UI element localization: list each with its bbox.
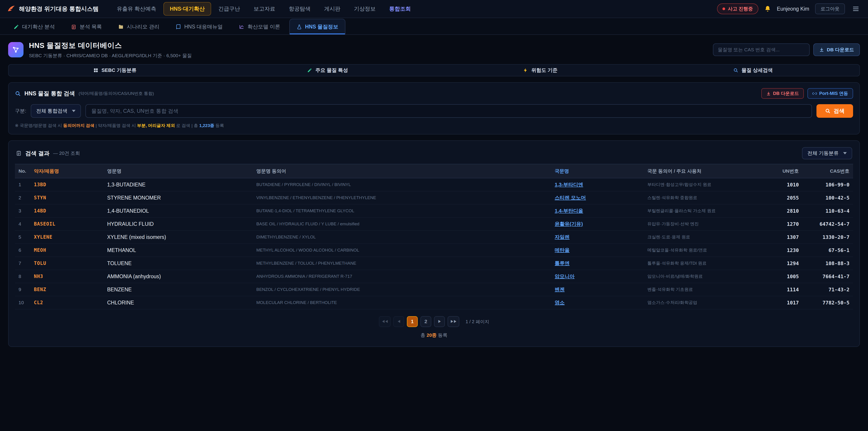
search-panel-actions: DB 다운로드 Port-MIS 연동 <box>761 88 853 99</box>
tab-hns-manual[interactable]: HNS 대응매뉴얼 <box>168 19 230 34</box>
row-number: 1 <box>15 178 30 191</box>
nav-item-integrated-lookup[interactable]: 통합조회 <box>383 2 417 16</box>
table-row[interactable]: 3 14BD 1,4-BUTANEDIOL BUTANE-1,4-DIOL / … <box>15 204 853 217</box>
substance-name-kr-link[interactable]: 톨루엔 <box>551 257 644 270</box>
table-row[interactable]: 7 TOLU TOLUENE METHYLBENZENE / TOLUOL / … <box>15 257 853 270</box>
substance-synonyms-en: BUTADIENE / PYRROLENE / DIVINYL / BIVINY… <box>253 178 551 191</box>
logout-button[interactable]: 로그아웃 <box>815 3 845 14</box>
un-number: 1010 <box>760 178 802 191</box>
substance-name-en: HYDRAULIC FLUID <box>103 217 253 230</box>
substance-code[interactable]: 14BD <box>30 204 103 217</box>
substance-name-kr-link[interactable]: 스티렌 모노머 <box>551 191 644 204</box>
hamburger-menu-icon[interactable] <box>851 4 861 14</box>
table-row[interactable]: 5 XYLENE XYLENE (mixed isomers) DIMETHYL… <box>15 230 853 244</box>
substance-code[interactable]: CL2 <box>30 296 103 309</box>
tab-hns-substance-info[interactable]: HNS 물질정보 <box>289 19 346 34</box>
chevron-down-icon <box>72 110 75 112</box>
search-category-select[interactable]: 전체 통합검색 <box>31 104 81 118</box>
substance-name-kr-link[interactable]: 암모니아 <box>551 270 644 283</box>
cas-number: 67-56-1 <box>802 244 853 257</box>
pagination-next-button[interactable]: ▶ <box>434 316 445 327</box>
db-download-button[interactable]: DB 다운로드 <box>813 43 860 56</box>
nav-item-board[interactable]: 게시판 <box>318 2 347 16</box>
feature-substance-properties[interactable]: 주요 물질 특성 <box>221 67 434 74</box>
feature-detail-search[interactable]: 물질 상세검색 <box>647 67 860 74</box>
substance-name-en: TOLUENE <box>103 257 253 270</box>
substance-name-kr-link[interactable]: 1,4-부탄디올 <box>551 204 644 217</box>
curve-icon <box>239 24 244 30</box>
substance-code[interactable]: MEOH <box>30 244 103 257</box>
search-row: 구분: 전체 통합검색 검색 <box>15 104 853 118</box>
results-header: 검색 결과 — 20건 조회 전체 기동분류 <box>15 146 853 164</box>
page-header-actions: DB 다운로드 <box>713 43 860 56</box>
portmis-link-button[interactable]: Port-MIS 연동 <box>807 88 853 99</box>
grid-icon <box>93 68 98 73</box>
substance-synonyms-en: MOLECULAR CHLORINE / BERTHOLITE <box>253 296 551 309</box>
substance-name-kr-link[interactable]: 염소 <box>551 296 644 309</box>
nav-item-oil-spill[interactable]: 유출유 확산예측 <box>110 2 162 16</box>
brand: 해양환경 위기대응 통합시스템 <box>7 5 98 13</box>
table-row[interactable]: 2 STYN STYRENE MONOMER VINYLBENZENE / ET… <box>15 191 853 204</box>
hint-text: | 약자/제품명 검색 시 <box>94 123 137 128</box>
substance-code[interactable]: TOLU <box>30 257 103 270</box>
substance-code[interactable]: BASEOIL <box>30 217 103 230</box>
substance-name-kr-link[interactable]: 자일렌 <box>551 230 644 244</box>
table-row[interactable]: 8 NH3 AMMONIA (anhydrous) ANHYDROUS AMMO… <box>15 270 853 283</box>
pagination-first-button[interactable]: ◀◀ <box>379 316 391 327</box>
col-name-en: 영문명 <box>103 164 253 178</box>
pagination-last-button[interactable]: ▶▶ <box>447 316 459 327</box>
nav-item-rescue[interactable]: 긴급구난 <box>212 2 246 16</box>
feature-risk-criteria[interactable]: 위험도 기준 <box>434 67 647 74</box>
substance-code[interactable]: STYN <box>30 191 103 204</box>
tab-scenario-management[interactable]: 시나리오 관리 <box>111 19 166 34</box>
row-number: 7 <box>15 257 30 270</box>
substance-name-kr-link[interactable]: 윤활유(기유) <box>551 217 644 230</box>
pagination-page-2[interactable]: 2 <box>421 316 431 327</box>
page-title-block: HNS 물질정보 데이터베이스 SEBC 기동분류 · CHRIS/CAMEO … <box>29 41 192 59</box>
un-number: 1017 <box>760 296 802 309</box>
substance-use-kr: 톨루올·석유화학 용제/TDI 원료 <box>644 257 760 270</box>
substance-name-kr-link[interactable]: 벤젠 <box>551 283 644 296</box>
pagination-prev-button[interactable]: ◀ <box>393 316 404 327</box>
tab-dispersion-analysis[interactable]: 대기확산 분석 <box>6 19 62 34</box>
row-number: 9 <box>15 283 30 296</box>
substance-code[interactable]: BENZ <box>30 283 103 296</box>
classification-filter-select[interactable]: 전체 기동분류 <box>802 147 852 159</box>
table-row[interactable]: 1 13BD 1,3-BUTADIENE BUTADIENE / PYRROLE… <box>15 178 853 191</box>
substance-use-kr: 암모니아·비료/냉매/화학원료 <box>644 270 760 283</box>
pagination-page-1[interactable]: 1 <box>407 316 418 327</box>
category-label: 구분: <box>15 107 26 114</box>
table-row[interactable]: 4 BASEOIL HYDRAULIC FLUID BASE OIL / HYD… <box>15 217 853 230</box>
search-button-label: 검색 <box>834 107 844 115</box>
substance-name-kr-link[interactable]: 1,3-부타디엔 <box>551 178 644 191</box>
integrated-search-panel: HNS 물질 통합 검색 (약어/제품명/동의어/CAS/UN번호 통합) DB… <box>8 82 860 134</box>
row-number: 3 <box>15 204 30 217</box>
nav-item-hns-dispersion[interactable]: HNS·대기확산 <box>163 2 211 16</box>
incident-status-badge[interactable]: 사고 진행중 <box>717 3 758 14</box>
substance-code[interactable]: 13BD <box>30 178 103 191</box>
page-header: HNS 물질정보 데이터베이스 SEBC 기동분류 · CHRIS/CAMEO … <box>0 35 868 64</box>
nav-item-aerial-search[interactable]: 항공탐색 <box>283 2 317 16</box>
nav-item-reports[interactable]: 보고자료 <box>247 2 282 16</box>
tab-model-theory[interactable]: 확산모델 이론 <box>232 19 287 34</box>
total-text: 총 <box>421 333 427 338</box>
substance-name-en: AMMONIA (anhydrous) <box>103 270 253 283</box>
table-row[interactable]: 10 CL2 CHLORINE MOLECULAR CHLORINE / BER… <box>15 296 853 309</box>
bell-icon[interactable] <box>764 5 771 12</box>
substance-code[interactable]: XYLENE <box>30 230 103 244</box>
feature-sebc-classification[interactable]: SEBC 기동분류 <box>8 67 221 74</box>
db-download-button-secondary[interactable]: DB 다운로드 <box>761 88 804 99</box>
substance-name-kr-link[interactable]: 메탄올 <box>551 244 644 257</box>
table-row[interactable]: 6 MEOH METHANOL METHYL ALCOHOL / WOOD AL… <box>15 244 853 257</box>
tab-analysis-list[interactable]: 분석 목록 <box>64 19 109 34</box>
download-icon <box>766 91 771 96</box>
quick-search-input[interactable] <box>713 43 810 56</box>
substance-code[interactable]: NH3 <box>30 270 103 283</box>
nav-item-weather[interactable]: 기상정보 <box>348 2 382 16</box>
substance-synonyms-en: ANHYDROUS AMMONIA / REFRIGERANT R-717 <box>253 270 551 283</box>
search-button[interactable]: 검색 <box>816 104 853 118</box>
table-row[interactable]: 9 BENZ BENZENE BENZOL / CYCLOHEXATRIENE … <box>15 283 853 296</box>
cas-number: 64742-54-7 <box>802 217 853 230</box>
pencil-icon <box>307 68 312 73</box>
integrated-search-input[interactable] <box>86 104 812 118</box>
